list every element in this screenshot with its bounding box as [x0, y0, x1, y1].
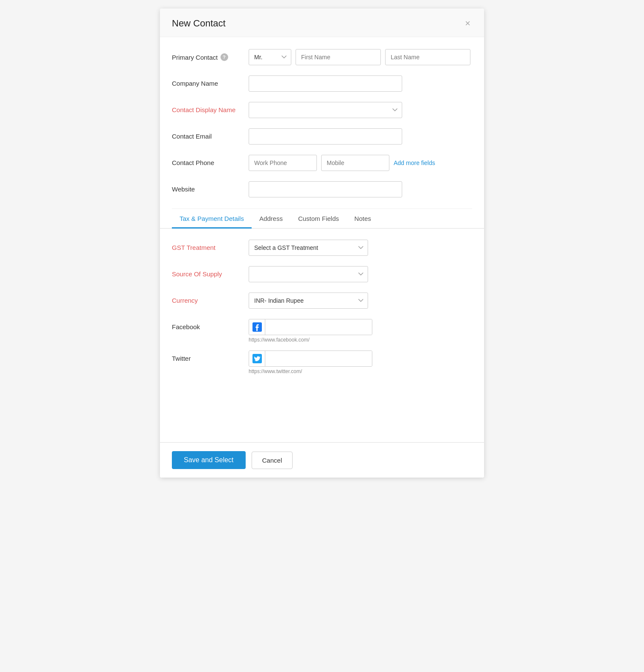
- tab-address[interactable]: Address: [252, 209, 290, 229]
- company-name-row: Company Name: [172, 75, 472, 94]
- contact-email-row: Contact Email: [172, 128, 472, 147]
- tab-custom-fields[interactable]: Custom Fields: [290, 209, 347, 229]
- modal-header: New Contact ×: [160, 9, 484, 37]
- facebook-input-group: [249, 319, 372, 335]
- mobile-input[interactable]: [321, 155, 389, 171]
- contact-email-label: Contact Email: [172, 128, 249, 140]
- facebook-hint: https://www.facebook.com/: [249, 337, 372, 343]
- twitter-input[interactable]: [265, 351, 372, 366]
- contact-phone-label: Contact Phone: [172, 155, 249, 166]
- facebook-row: Facebook https://www.face: [172, 319, 472, 343]
- contact-display-name-controls: [249, 102, 472, 118]
- primary-contact-controls: Mr. Mrs. Ms. Miss Dr.: [249, 49, 472, 65]
- contact-display-name-label: Contact Display Name: [172, 102, 249, 113]
- website-row: Website: [172, 181, 472, 200]
- twitter-hint: https://www.twitter.com/: [249, 368, 372, 374]
- new-contact-modal: New Contact × Primary Contact ? Mr. Mrs.…: [160, 9, 484, 478]
- source-of-supply-select[interactable]: [249, 266, 368, 282]
- salutation-select[interactable]: Mr. Mrs. Ms. Miss Dr.: [249, 49, 291, 65]
- source-of-supply-controls: [249, 266, 472, 282]
- add-more-fields-link[interactable]: Add more fields: [394, 159, 435, 166]
- facebook-icon: [249, 319, 265, 335]
- twitter-label: Twitter: [172, 350, 249, 362]
- modal-title: New Contact: [172, 18, 226, 29]
- currency-label: Currency: [172, 293, 249, 304]
- website-label: Website: [172, 181, 249, 193]
- tab-tax-payment[interactable]: Tax & Payment Details: [172, 209, 252, 229]
- currency-select[interactable]: INR- Indian Rupee USD- US Dollar EUR- Eu…: [249, 293, 368, 309]
- save-and-select-button[interactable]: Save and Select: [172, 451, 246, 469]
- company-name-input[interactable]: [249, 75, 402, 92]
- facebook-input[interactable]: [265, 319, 372, 335]
- source-of-supply-row: Source Of Supply: [172, 266, 472, 285]
- last-name-input[interactable]: [385, 49, 470, 65]
- contact-email-controls: [249, 128, 472, 145]
- primary-contact-label: Primary Contact ?: [172, 49, 249, 61]
- twitter-input-group: [249, 350, 372, 367]
- twitter-field-group: https://www.twitter.com/: [249, 350, 372, 374]
- first-name-input[interactable]: [296, 49, 381, 65]
- contact-form: Primary Contact ? Mr. Mrs. Ms. Miss Dr.: [172, 49, 472, 200]
- facebook-controls: https://www.facebook.com/: [249, 319, 472, 343]
- cancel-button[interactable]: Cancel: [252, 452, 293, 469]
- primary-contact-row: Primary Contact ? Mr. Mrs. Ms. Miss Dr.: [172, 49, 472, 68]
- website-controls: [249, 181, 472, 197]
- facebook-field-group: https://www.facebook.com/: [249, 319, 372, 343]
- website-input[interactable]: [249, 181, 402, 197]
- gst-treatment-label: GST Treatment: [172, 240, 249, 251]
- modal-footer: Save and Select Cancel: [160, 442, 484, 478]
- facebook-label: Facebook: [172, 319, 249, 330]
- company-name-controls: [249, 75, 472, 92]
- twitter-row: Twitter https://www.twitt: [172, 350, 472, 374]
- modal-body: Primary Contact ? Mr. Mrs. Ms. Miss Dr.: [160, 37, 484, 429]
- tabs-bar: Tax & Payment Details Address Custom Fie…: [160, 209, 484, 229]
- gst-treatment-select[interactable]: Select a GST Treatment Registered Busine…: [249, 240, 368, 256]
- currency-controls: INR- Indian Rupee USD- US Dollar EUR- Eu…: [249, 293, 472, 309]
- gst-treatment-controls: Select a GST Treatment Registered Busine…: [249, 240, 472, 256]
- currency-row: Currency INR- Indian Rupee USD- US Dolla…: [172, 293, 472, 311]
- display-name-select[interactable]: [249, 102, 402, 118]
- work-phone-input[interactable]: [249, 155, 317, 171]
- close-button[interactable]: ×: [463, 19, 472, 28]
- contact-phone-controls: Add more fields: [249, 155, 472, 171]
- gst-treatment-row: GST Treatment Select a GST Treatment Reg…: [172, 240, 472, 258]
- twitter-icon: [249, 350, 265, 367]
- company-name-label: Company Name: [172, 75, 249, 87]
- tab-content-tax: GST Treatment Select a GST Treatment Reg…: [172, 229, 472, 374]
- help-icon: ?: [220, 53, 228, 61]
- twitter-controls: https://www.twitter.com/: [249, 350, 472, 374]
- tab-notes[interactable]: Notes: [347, 209, 379, 229]
- contact-email-input[interactable]: [249, 128, 402, 145]
- contact-display-name-row: Contact Display Name: [172, 102, 472, 121]
- contact-phone-row: Contact Phone Add more fields: [172, 155, 472, 174]
- source-of-supply-label: Source Of Supply: [172, 266, 249, 278]
